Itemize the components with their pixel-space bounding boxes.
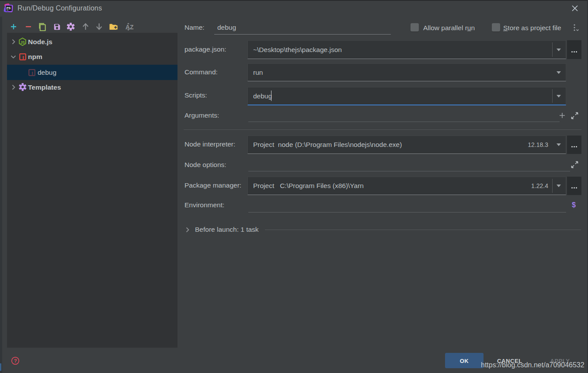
svg-text:JS: JS	[20, 40, 25, 45]
svg-text:PS: PS	[7, 6, 11, 10]
svg-text:AZ: AZ	[125, 24, 134, 31]
svg-text:?: ?	[14, 358, 17, 363]
